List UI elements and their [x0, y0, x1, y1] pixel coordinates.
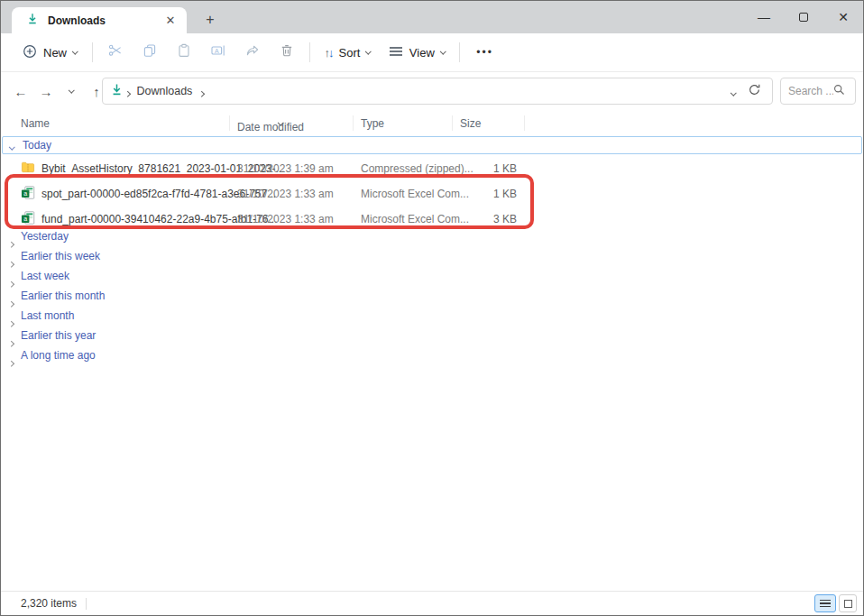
sort-arrows-icon: ↑↓	[325, 46, 333, 60]
download-icon	[26, 13, 39, 29]
maximize-icon	[799, 13, 808, 22]
cut-button[interactable]	[98, 38, 133, 67]
new-tab-button[interactable]: +	[199, 9, 221, 31]
scissors-icon	[108, 43, 123, 61]
back-button[interactable]: ←	[8, 79, 33, 105]
recent-locations-button[interactable]	[59, 79, 84, 105]
delete-button[interactable]	[270, 38, 304, 67]
details-view-button[interactable]	[814, 594, 836, 612]
large-icons-view-button[interactable]	[839, 594, 857, 612]
large-icons-view-icon	[844, 600, 852, 608]
trash-icon	[280, 43, 294, 61]
chevron-down-icon	[10, 137, 14, 153]
file-size-cell: 3 KB	[452, 213, 517, 225]
svg-text:A: A	[214, 48, 218, 54]
sort-button[interactable]: ↑↓ Sort	[316, 38, 380, 67]
copy-button[interactable]	[133, 38, 167, 67]
status-bar: 2,320 items	[1, 591, 863, 615]
search-input[interactable]	[788, 85, 833, 97]
ellipsis-icon: •••	[476, 46, 493, 59]
file-date-cell: 31/10/2023 1:39 am	[237, 162, 334, 175]
excel-csv-icon: a	[21, 186, 35, 202]
column-header-row: Name Date modified Type Size	[1, 113, 863, 134]
svg-text:a: a	[23, 190, 27, 197]
download-icon	[110, 83, 124, 100]
breadcrumb-downloads[interactable]: Downloads	[132, 85, 198, 97]
file-list: Today Bybit_AssetHistory_8781621_2023-01…	[1, 134, 863, 591]
paste-button[interactable]	[167, 38, 201, 67]
chevron-right-icon	[199, 83, 204, 99]
rename-button[interactable]: A	[201, 38, 235, 67]
group-header-earlier-this-month[interactable]: Earlier this month	[1, 286, 863, 306]
group-label: Today	[23, 139, 51, 152]
group-header-earlier-this-week[interactable]: Earlier this week	[1, 246, 863, 266]
column-name[interactable]: Name	[21, 117, 50, 130]
title-bar: Downloads ✕ + — ✕	[1, 1, 863, 33]
share-button[interactable]	[235, 38, 270, 67]
items-count: 2,320 items	[21, 597, 77, 610]
maximize-button[interactable]	[784, 1, 823, 33]
column-type[interactable]: Type	[361, 117, 384, 130]
group-header-yesterday[interactable]: Yesterday	[1, 226, 863, 246]
group-label: Last week	[21, 270, 69, 282]
svg-text:a: a	[23, 216, 27, 222]
group-header-last-week[interactable]: Last week	[1, 266, 863, 286]
refresh-button[interactable]	[748, 83, 761, 100]
status-divider	[86, 598, 87, 610]
chevron-down-icon	[440, 48, 446, 53]
address-dropdown-button[interactable]	[731, 83, 736, 99]
new-button[interactable]: New	[14, 38, 87, 67]
chevron-down-icon	[365, 48, 371, 53]
column-size[interactable]: Size	[460, 117, 481, 130]
window-controls: — ✕	[744, 1, 863, 33]
navigation-bar: ← → ↑ Downloads	[1, 72, 863, 111]
group-header-earlier-this-year[interactable]: Earlier this year	[1, 326, 863, 345]
column-divider[interactable]	[524, 115, 525, 131]
file-date-cell: 31/10/2023 1:33 am	[237, 213, 334, 225]
chevron-right-icon	[125, 83, 130, 99]
group-header-a-long-time-ago[interactable]: A long time ago	[1, 345, 863, 365]
clipboard-icon	[177, 43, 191, 61]
group-header-today[interactable]: Today	[2, 136, 862, 154]
file-size-cell: 1 KB	[452, 162, 517, 175]
toolbar-divider	[92, 42, 93, 62]
address-bar[interactable]: Downloads	[102, 78, 773, 105]
chevron-down-icon	[72, 48, 78, 53]
column-divider[interactable]	[229, 115, 230, 131]
group-label: Earlier this year	[21, 329, 96, 342]
zip-folder-icon	[21, 161, 35, 177]
chevron-down-icon	[69, 87, 74, 93]
file-row-zip[interactable]: Bybit_AssetHistory_8781621_2023-01-01_20…	[1, 156, 863, 179]
tab-downloads[interactable]: Downloads ✕	[12, 7, 187, 33]
column-divider[interactable]	[452, 115, 453, 131]
view-list-icon	[389, 45, 403, 60]
rename-icon: A	[211, 43, 225, 61]
forward-button[interactable]: →	[33, 79, 59, 105]
plus-circle-icon	[23, 44, 37, 61]
tab-label: Downloads	[48, 14, 161, 27]
file-date-cell: 31/10/2023 1:33 am	[237, 188, 334, 200]
view-button-label: View	[409, 46, 435, 60]
view-toggles	[814, 594, 857, 612]
file-row-spot[interactable]: a spot_part-00000-ed85f2ca-f7fd-4781-a3e…	[1, 181, 863, 205]
copy-icon	[142, 43, 157, 61]
group-label: A long time ago	[21, 349, 96, 362]
more-options-button[interactable]: •••	[465, 46, 504, 59]
details-view-icon	[820, 600, 831, 607]
column-date-modified[interactable]: Date modified	[237, 121, 304, 133]
search-icon	[833, 83, 845, 99]
tab-close-icon[interactable]: ✕	[161, 12, 179, 30]
close-button[interactable]: ✕	[823, 1, 863, 33]
column-divider[interactable]	[353, 115, 354, 131]
excel-csv-icon: a	[21, 211, 35, 227]
new-button-label: New	[43, 46, 67, 60]
toolbar-divider	[459, 42, 460, 62]
minimize-button[interactable]: —	[744, 1, 784, 33]
command-toolbar: New A	[1, 33, 863, 72]
group-label: Last month	[21, 309, 74, 322]
file-explorer-window: Downloads ✕ + — ✕ New	[0, 0, 864, 616]
search-box[interactable]	[780, 78, 856, 105]
chevron-right-icon	[9, 353, 14, 369]
group-header-last-month[interactable]: Last month	[1, 306, 863, 326]
view-button[interactable]: View	[380, 38, 454, 67]
